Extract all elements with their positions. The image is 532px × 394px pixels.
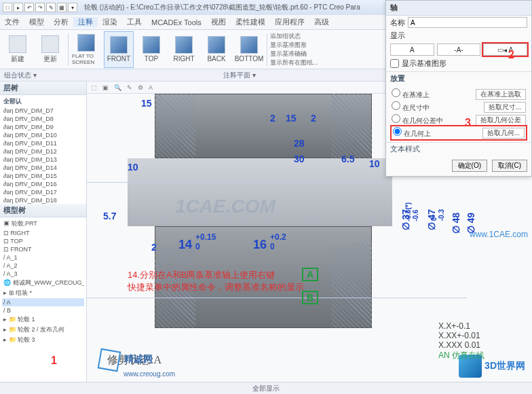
tree-item[interactable]: ∂aη DRV_DIM_D13 (2, 156, 84, 164)
tree-item[interactable]: / A_2 (2, 262, 84, 270)
tree-item[interactable]: ▣ 轮毂.PRT (2, 219, 84, 229)
axis-style-A[interactable]: A (390, 43, 434, 56)
menu-adv[interactable]: 高级 (309, 17, 334, 27)
menu-model[interactable]: 模型 (24, 17, 49, 27)
tree-item[interactable]: ▸ 📁 轮毂 1 (2, 315, 84, 325)
dim-15[interactable]: 15 (141, 98, 152, 109)
ctb-btn[interactable]: ▣ (102, 84, 109, 91)
qat-btn[interactable]: □ (3, 3, 12, 12)
radio-in-gtol[interactable] (392, 114, 400, 123)
tree-item[interactable]: ∂aη DRV_DIM_D9 (2, 123, 84, 131)
dim-phi48[interactable]: ∅ 48 (451, 213, 461, 234)
layer-tree-header[interactable]: 层树 (0, 82, 86, 95)
ribbon-group-datum[interactable]: 添加组状态显示基准图形 显示基准确确显示所有在图纸... (270, 32, 318, 67)
dim-6-5[interactable]: 6.5 (341, 154, 354, 164)
tree-item[interactable]: / A_3 (2, 270, 84, 278)
dim-10[interactable]: 10 (128, 162, 138, 173)
menu-mcadex[interactable]: MCADEx Tools (147, 18, 206, 26)
tree-item[interactable]: ▸ 📁 轮毂 2 / 发布几何 (2, 325, 84, 335)
menu-view[interactable]: 视图 (206, 17, 231, 27)
ribbon-bottom[interactable]: BOTTOM (234, 31, 264, 68)
tree-item[interactable]: ∂aη DRV_DIM_D11 (2, 139, 84, 147)
dim-15b[interactable]: 15 (286, 113, 297, 124)
ribbon-flat[interactable]: FLAT TO SCREEN (71, 31, 101, 68)
ribbon-back[interactable]: BACK (202, 31, 231, 68)
tree-item[interactable]: ∂aη DRV_DIM_D10 (2, 131, 84, 139)
tree-item[interactable]: ∂aη DRV_DIM_D15 (2, 172, 84, 180)
tree-item[interactable]: / B (2, 306, 84, 315)
axis-text-style-header[interactable]: 文本样式 (386, 142, 531, 156)
ctb-btn[interactable]: A (149, 84, 153, 91)
tree-item[interactable]: ∂aη DRV_DIM_D18 (2, 196, 84, 204)
dim-2-low[interactable]: 2 (151, 242, 157, 253)
menu-flex[interactable]: 柔性建模 (231, 17, 270, 27)
tree-item[interactable]: 🌐 精诚网_WWW_CREOUG_COM... (2, 278, 84, 288)
dim-10r[interactable]: 10 (369, 158, 380, 169)
combo-state[interactable]: 组合状态 ▾ (4, 71, 37, 80)
model-tree[interactable]: ▣ 轮毂.PRT ⊡ RIGHT ⊡ TOP ⊡ FRONT / A_1 / A… (0, 217, 86, 382)
qat-btn[interactable]: ▾ (68, 3, 77, 12)
tree-item[interactable]: ⊡ TOP (2, 237, 84, 245)
ribbon-update[interactable]: 更新 (35, 31, 65, 68)
tree-item[interactable]: ∂aη DRV_DIM_D17 (2, 188, 84, 196)
axis-dialog[interactable]: 轴 名称 显示 A -A- ▭◂ A 显示基准图形 放置 在基准上在基准上选取 … (385, 0, 532, 177)
dim-2b[interactable]: 2 (311, 113, 316, 124)
ctb-btn[interactable]: ⚙ (138, 84, 143, 91)
ribbon-right[interactable]: RIGHT (169, 31, 199, 68)
qat-btn[interactable]: ▦ (57, 3, 66, 12)
menu-file[interactable]: 文件 (0, 17, 24, 27)
axis-style-boxA[interactable]: ▭◂ A (483, 43, 527, 56)
tree-item[interactable]: / A_1 (2, 253, 84, 262)
axis-ok-button[interactable]: 确定(O) (452, 160, 487, 172)
dim-14[interactable]: 14 (178, 238, 192, 252)
pick-on-datum[interactable]: 在基准上选取 (476, 89, 526, 100)
ribbon-new[interactable]: 新建 (3, 31, 33, 68)
menu-annotate[interactable]: 注释 (73, 17, 98, 27)
menu-tools[interactable]: 工具 (122, 17, 147, 27)
tree-item[interactable]: ⊡ FRONT (2, 245, 84, 253)
model-tree-header[interactable]: 模型树 (0, 204, 86, 217)
ctb-btn[interactable]: 🔍 (114, 84, 121, 91)
dim-28[interactable]: 28 (294, 138, 305, 149)
tree-item[interactable]: ▸ 📁 轮毂 3 (2, 335, 84, 345)
annot-plane[interactable]: 注释平面 ▾ (223, 71, 256, 80)
menu-app[interactable]: 应用程序 (270, 17, 309, 27)
datum-B[interactable]: B (302, 291, 318, 304)
tree-item[interactable]: ⊡ RIGHT (2, 229, 84, 237)
layer-tree[interactable]: 全部认 ∂aη DRV_DIM_D7∂aη DRV_DIM_D8∂aη DRV_… (0, 95, 86, 204)
qat-btn[interactable]: ▸ (14, 3, 23, 12)
dim-16[interactable]: 16 (253, 238, 267, 252)
axis-show-datum-checkbox[interactable] (390, 59, 399, 68)
axis-name-input[interactable] (408, 17, 527, 28)
radio-in-dim[interactable] (392, 101, 400, 110)
qat-btn[interactable]: ✎ (46, 3, 56, 12)
dim-5-7[interactable]: 5.7 (103, 211, 116, 221)
tree-item[interactable]: ∂aη DRV_DIM_D7 (2, 107, 84, 115)
tree-item[interactable]: / A (2, 298, 84, 306)
menu-analysis[interactable]: 分析 (49, 17, 73, 27)
left-panel: 层树 全部认 ∂aη DRV_DIM_D7∂aη DRV_DIM_D8∂aη D… (0, 82, 87, 382)
tree-item[interactable]: ∂aη DRV_DIM_D12 (2, 147, 84, 156)
qat-btn[interactable]: ↶ (24, 3, 34, 12)
dim-30[interactable]: 30 (294, 154, 305, 164)
dim-2[interactable]: 2 (270, 113, 276, 124)
pick-on-geom[interactable]: 拾取几何... (482, 128, 525, 139)
axis-style-negA[interactable]: -A- (437, 43, 481, 56)
radio-on-datum[interactable] (392, 88, 400, 97)
ctb-btn[interactable]: ✎ (127, 84, 132, 91)
pick-in-dim[interactable]: 拾取尺寸... (484, 102, 526, 113)
axis-cancel-button[interactable]: 取消(C) (492, 160, 527, 172)
ctb-btn[interactable]: ⬚ (91, 84, 97, 91)
qat-btn[interactable]: ↷ (35, 3, 45, 12)
menu-render[interactable]: 渲染 (98, 17, 122, 27)
pick-in-gtol[interactable]: 拾取几何公差 (476, 115, 526, 126)
ribbon-front[interactable]: FRONT (104, 31, 134, 68)
ribbon-top[interactable]: TOP (136, 31, 166, 68)
tree-item[interactable]: ▸ ⊞ 组装 * (2, 288, 84, 298)
tree-item[interactable]: ∂aη DRV_DIM_D14 (2, 164, 84, 172)
status-text[interactable]: 全部显示 (252, 384, 280, 393)
tree-item[interactable]: ∂aη DRV_DIM_D8 (2, 115, 84, 123)
datum-A[interactable]: A (302, 268, 318, 281)
radio-on-geom[interactable] (393, 127, 402, 136)
tree-item[interactable]: ∂aη DRV_DIM_D16 (2, 180, 84, 188)
